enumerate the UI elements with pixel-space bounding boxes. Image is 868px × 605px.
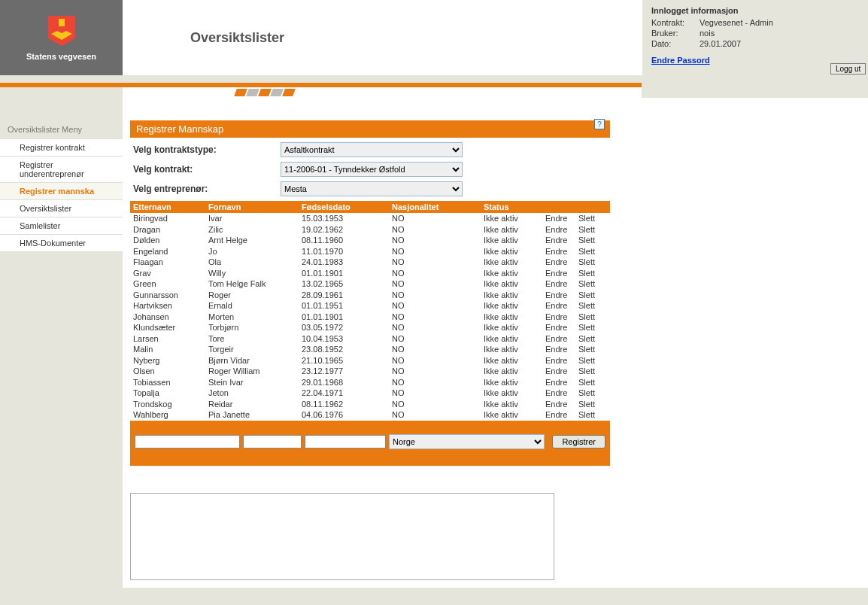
delete-link[interactable]: Slett <box>578 290 605 301</box>
cell-nasjonalitet: NO <box>392 399 484 410</box>
table-header: Etternavn Fornavn Fødselsdato Nasjonalit… <box>130 201 610 213</box>
delete-link[interactable]: Slett <box>578 246 605 257</box>
cell-fornavn: Reidar <box>208 399 302 410</box>
org-logo: Statens vegvesen <box>0 0 123 75</box>
cell-fodselsdato: 24.01.1983 <box>302 257 392 268</box>
delete-link[interactable]: Slett <box>578 377 605 388</box>
cell-status: Ikke aktiv <box>484 344 545 355</box>
edit-link[interactable]: Endre <box>545 300 578 312</box>
delete-link[interactable]: Slett <box>578 333 605 345</box>
delete-link[interactable]: Slett <box>578 300 605 312</box>
sidebar-item-2[interactable]: Registrer mannska <box>0 182 123 199</box>
kontrakt-select[interactable]: 11-2006-01 - Tynndekker Østfold <box>281 162 463 177</box>
cell-fornavn: Willy <box>208 268 302 279</box>
change-password-link[interactable]: Endre Passord <box>651 56 710 65</box>
delete-link[interactable]: Slett <box>578 235 605 246</box>
edit-link[interactable]: Endre <box>545 235 578 246</box>
cell-nasjonalitet: NO <box>392 300 484 312</box>
kontrakt-label: Velg kontrakt: <box>133 164 281 175</box>
cell-status: Ikke aktiv <box>484 300 545 312</box>
cell-fornavn: Ola <box>208 257 302 268</box>
cell-status: Ikke aktiv <box>484 377 545 388</box>
register-button[interactable]: Registrer <box>552 435 605 448</box>
delete-link[interactable]: Slett <box>578 213 605 224</box>
edit-link[interactable]: Endre <box>545 246 578 257</box>
edit-link[interactable]: Endre <box>545 322 578 333</box>
cell-etternavn: Larsen <box>133 333 208 345</box>
cell-fornavn: Pia Janette <box>208 409 302 421</box>
panel-title: Registrer Mannskap <box>130 120 610 138</box>
delete-link[interactable]: Slett <box>578 278 605 290</box>
table-row: TobiassenStein Ivar29.01.1968NOIkke akti… <box>130 377 610 388</box>
delete-link[interactable]: Slett <box>578 322 605 333</box>
vegvesen-shield-icon <box>44 14 80 47</box>
table-row: TrondskogReidar08.11.1962NOIkke aktivEnd… <box>130 399 610 410</box>
col-etternavn: Etternavn <box>133 202 208 211</box>
new-fodselsdato-input[interactable] <box>305 435 386 448</box>
edit-link[interactable]: Endre <box>545 388 578 399</box>
new-nasjonalitet-select[interactable]: Norge <box>389 434 545 449</box>
cell-etternavn: Dølden <box>133 235 208 246</box>
sidebar-item-4[interactable]: Samlelister <box>0 217 123 234</box>
kontraktstype-select[interactable]: Asfaltkontrakt <box>281 142 463 157</box>
table-row: EngelandJo11.01.1970NOIkke aktivEndreSle… <box>130 246 610 257</box>
cell-fodselsdato: 28.09.1961 <box>302 290 392 301</box>
page-title: Oversiktslister <box>190 30 284 46</box>
table-row: FlaaganOla24.01.1983NOIkke aktivEndreSle… <box>130 257 610 268</box>
delete-link[interactable]: Slett <box>578 366 605 377</box>
sidebar-item-1[interactable]: Registrer underentreprenør <box>0 156 123 182</box>
edit-link[interactable]: Endre <box>545 213 578 224</box>
delete-link[interactable]: Slett <box>578 409 605 421</box>
edit-link[interactable]: Endre <box>545 409 578 421</box>
cell-etternavn: Flaagan <box>133 257 208 268</box>
logout-button[interactable]: Logg ut <box>830 63 866 74</box>
edit-link[interactable]: Endre <box>545 278 578 290</box>
cell-etternavn: Klundsæter <box>133 322 208 333</box>
sidebar-item-0[interactable]: Registrer kontrakt <box>0 138 123 156</box>
cell-nasjonalitet: NO <box>392 344 484 355</box>
table-row: TopaljaJeton22.04.1971NOIkke aktivEndreS… <box>130 388 610 399</box>
cell-etternavn: Wahlberg <box>133 409 208 421</box>
edit-link[interactable]: Endre <box>545 290 578 301</box>
cell-nasjonalitet: NO <box>392 213 484 224</box>
edit-link[interactable]: Endre <box>545 224 578 236</box>
edit-link[interactable]: Endre <box>545 399 578 410</box>
delete-link[interactable]: Slett <box>578 388 605 399</box>
delete-link[interactable]: Slett <box>578 257 605 268</box>
edit-link[interactable]: Endre <box>545 366 578 377</box>
cell-etternavn: Trondskog <box>133 399 208 410</box>
cell-fodselsdato: 01.01.1951 <box>302 300 392 312</box>
kontrakt-label: Kontrakt: <box>651 18 700 27</box>
delete-link[interactable]: Slett <box>578 268 605 279</box>
table-row: LarsenTore10.04.1953NOIkke aktivEndreSle… <box>130 333 610 345</box>
entreprenor-label: Velg entreprenør: <box>133 184 281 194</box>
new-fornavn-input[interactable] <box>243 435 302 448</box>
edit-link[interactable]: Endre <box>545 333 578 345</box>
cell-etternavn: Malin <box>133 344 208 355</box>
cell-status: Ikke aktiv <box>484 355 545 366</box>
col-status: Status <box>484 202 545 211</box>
delete-link[interactable]: Slett <box>578 355 605 366</box>
edit-link[interactable]: Endre <box>545 355 578 366</box>
delete-link[interactable]: Slett <box>578 399 605 410</box>
cell-nasjonalitet: NO <box>392 388 484 399</box>
help-icon[interactable]: ? <box>594 119 605 129</box>
sidebar-item-3[interactable]: Oversiktslister <box>0 199 123 217</box>
edit-link[interactable]: Endre <box>545 377 578 388</box>
cell-fodselsdato: 23.12.1977 <box>302 366 392 377</box>
delete-link[interactable]: Slett <box>578 312 605 323</box>
cell-nasjonalitet: NO <box>392 409 484 421</box>
cell-status: Ikke aktiv <box>484 322 545 333</box>
edit-link[interactable]: Endre <box>545 344 578 355</box>
dato-label: Dato: <box>651 39 700 48</box>
edit-link[interactable]: Endre <box>545 268 578 279</box>
edit-link[interactable]: Endre <box>545 312 578 323</box>
edit-link[interactable]: Endre <box>545 257 578 268</box>
table-row: JohansenMorten01.01.1901NOIkke aktivEndr… <box>130 312 610 323</box>
entreprenor-select[interactable]: Mesta <box>281 181 463 196</box>
delete-link[interactable]: Slett <box>578 224 605 236</box>
new-etternavn-input[interactable] <box>135 435 240 448</box>
cell-status: Ikke aktiv <box>484 268 545 279</box>
sidebar-item-5[interactable]: HMS-Dokumenter <box>0 234 123 252</box>
delete-link[interactable]: Slett <box>578 344 605 355</box>
